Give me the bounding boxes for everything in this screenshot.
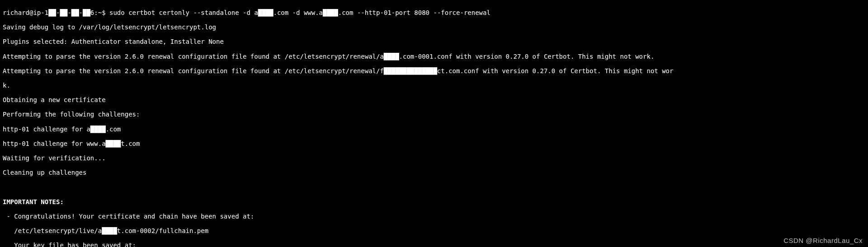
terminal-output[interactable]: richard@ip-1██-██-██-██6:~$ sudo certbot… (0, 0, 868, 247)
output-line: Obtaining a new certificate (3, 96, 865, 103)
output-line: - Congratulations! Your certificate and … (3, 213, 865, 220)
output-line: Attempting to parse the version 2.6.0 re… (3, 53, 865, 60)
output-line: http-01 challenge for a████.com (3, 126, 865, 133)
output-line: Cleaning up challenges (3, 169, 865, 176)
output-line: Plugins selected: Authenticator standalo… (3, 38, 865, 45)
output-line: k. (3, 82, 865, 89)
important-notes-heading: IMPORTANT NOTES: (3, 198, 865, 205)
output-line: Waiting for verification... (3, 154, 865, 162)
output-line: Attempting to parse the version 2.6.0 re… (3, 67, 865, 75)
output-line-blank (3, 183, 865, 191)
output-line: Saving debug log to /var/log/letsencrypt… (3, 23, 865, 31)
prompt-path: ~$ (98, 9, 109, 16)
output-line: http-01 challenge for www.a████t.com (3, 140, 865, 147)
output-line: Your key file has been saved at: (3, 242, 865, 247)
output-line: Performing the following challenges: (3, 111, 865, 118)
output-line: /etc/letsencrypt/live/a████t.com-0002/fu… (3, 227, 865, 234)
prompt-line-1: richard@ip-1██-██-██-██6:~$ sudo certbot… (3, 9, 865, 16)
prompt-user-host: richard@ip-1██-██-██-██6: (3, 9, 98, 16)
watermark-text: CSDN @RichardLau_Cx (783, 237, 863, 244)
command-text: sudo certbot certonly --standalone -d a█… (109, 9, 491, 16)
